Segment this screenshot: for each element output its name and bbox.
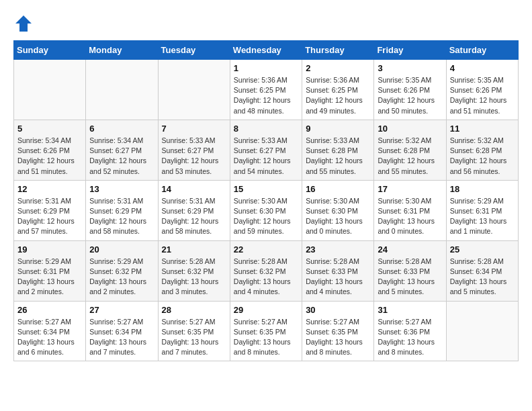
day-info: Sunrise: 5:33 AMSunset: 6:27 PMDaylight:… — [234, 136, 298, 177]
svg-marker-0 — [15, 15, 32, 32]
day-info: Sunrise: 5:28 AMSunset: 6:34 PMDaylight:… — [450, 257, 515, 298]
day-number: 13 — [89, 184, 154, 194]
day-info: Sunrise: 5:28 AMSunset: 6:33 PMDaylight:… — [306, 257, 370, 298]
day-number: 24 — [378, 244, 442, 255]
day-info: Sunrise: 5:27 AMSunset: 6:35 PMDaylight:… — [162, 317, 226, 358]
day-cell-20: 20Sunrise: 5:29 AMSunset: 6:32 PMDayligh… — [86, 240, 158, 301]
day-number: 6 — [89, 124, 154, 134]
day-number: 5 — [17, 124, 82, 134]
day-number: 12 — [17, 184, 82, 194]
day-number: 22 — [234, 244, 298, 255]
day-cell-3: 3Sunrise: 5:35 AMSunset: 6:26 PMDaylight… — [374, 60, 446, 120]
day-info: Sunrise: 5:34 AMSunset: 6:26 PMDaylight:… — [17, 136, 82, 177]
day-info: Sunrise: 5:28 AMSunset: 6:32 PMDaylight:… — [234, 257, 298, 298]
day-number: 4 — [450, 63, 515, 73]
weekday-header-friday: Friday — [374, 41, 446, 60]
day-info: Sunrise: 5:33 AMSunset: 6:28 PMDaylight:… — [306, 136, 370, 177]
day-number: 25 — [450, 244, 515, 255]
day-number: 10 — [378, 124, 442, 134]
day-number: 18 — [450, 184, 515, 194]
day-info: Sunrise: 5:35 AMSunset: 6:26 PMDaylight:… — [450, 75, 515, 116]
day-info: Sunrise: 5:36 AMSunset: 6:25 PMDaylight:… — [306, 75, 370, 116]
day-info: Sunrise: 5:27 AMSunset: 6:36 PMDaylight:… — [378, 317, 442, 358]
day-cell-19: 19Sunrise: 5:29 AMSunset: 6:31 PMDayligh… — [14, 240, 86, 301]
day-number: 8 — [234, 124, 298, 134]
day-number: 26 — [17, 305, 82, 315]
weekday-header-row: SundayMondayTuesdayWednesdayThursdayFrid… — [14, 41, 519, 60]
day-cell-14: 14Sunrise: 5:31 AMSunset: 6:29 PMDayligh… — [158, 180, 230, 240]
day-info: Sunrise: 5:27 AMSunset: 6:35 PMDaylight:… — [306, 317, 370, 358]
day-info: Sunrise: 5:31 AMSunset: 6:29 PMDaylight:… — [17, 196, 82, 237]
day-info: Sunrise: 5:28 AMSunset: 6:33 PMDaylight:… — [378, 257, 442, 298]
week-row-5: 26Sunrise: 5:27 AMSunset: 6:34 PMDayligh… — [14, 301, 519, 361]
day-info: Sunrise: 5:36 AMSunset: 6:25 PMDaylight:… — [234, 75, 298, 116]
day-cell-17: 17Sunrise: 5:30 AMSunset: 6:31 PMDayligh… — [374, 180, 446, 240]
day-info: Sunrise: 5:33 AMSunset: 6:27 PMDaylight:… — [162, 136, 226, 177]
day-number: 20 — [89, 244, 154, 255]
day-info: Sunrise: 5:29 AMSunset: 6:32 PMDaylight:… — [89, 257, 154, 298]
weekday-header-sunday: Sunday — [14, 41, 86, 60]
logo — [13, 13, 36, 34]
day-number: 15 — [234, 184, 298, 194]
day-cell-5: 5Sunrise: 5:34 AMSunset: 6:26 PMDaylight… — [14, 120, 86, 180]
empty-cell — [446, 301, 518, 361]
week-row-1: 1Sunrise: 5:36 AMSunset: 6:25 PMDaylight… — [14, 60, 519, 120]
day-cell-2: 2Sunrise: 5:36 AMSunset: 6:25 PMDaylight… — [302, 60, 374, 120]
day-cell-15: 15Sunrise: 5:30 AMSunset: 6:30 PMDayligh… — [230, 180, 302, 240]
week-row-4: 19Sunrise: 5:29 AMSunset: 6:31 PMDayligh… — [14, 240, 519, 301]
day-number: 27 — [89, 305, 154, 315]
empty-cell — [14, 60, 86, 120]
day-cell-23: 23Sunrise: 5:28 AMSunset: 6:33 PMDayligh… — [302, 240, 374, 301]
day-info: Sunrise: 5:31 AMSunset: 6:29 PMDaylight:… — [89, 196, 154, 237]
day-cell-8: 8Sunrise: 5:33 AMSunset: 6:27 PMDaylight… — [230, 120, 302, 180]
day-cell-16: 16Sunrise: 5:30 AMSunset: 6:30 PMDayligh… — [302, 180, 374, 240]
day-cell-27: 27Sunrise: 5:27 AMSunset: 6:34 PMDayligh… — [86, 301, 158, 361]
day-cell-24: 24Sunrise: 5:28 AMSunset: 6:33 PMDayligh… — [374, 240, 446, 301]
day-number: 30 — [306, 305, 370, 315]
day-number: 31 — [378, 305, 442, 315]
day-number: 3 — [378, 63, 442, 73]
day-number: 11 — [450, 124, 515, 134]
day-number: 9 — [306, 124, 370, 134]
day-info: Sunrise: 5:32 AMSunset: 6:28 PMDaylight:… — [450, 136, 515, 177]
day-number: 14 — [162, 184, 226, 194]
day-number: 1 — [234, 63, 298, 73]
day-cell-25: 25Sunrise: 5:28 AMSunset: 6:34 PMDayligh… — [446, 240, 518, 301]
day-number: 17 — [378, 184, 442, 194]
day-number: 7 — [162, 124, 226, 134]
day-number: 21 — [162, 244, 226, 255]
day-cell-30: 30Sunrise: 5:27 AMSunset: 6:35 PMDayligh… — [302, 301, 374, 361]
day-info: Sunrise: 5:32 AMSunset: 6:28 PMDaylight:… — [378, 136, 442, 177]
day-cell-10: 10Sunrise: 5:32 AMSunset: 6:28 PMDayligh… — [374, 120, 446, 180]
day-info: Sunrise: 5:34 AMSunset: 6:27 PMDaylight:… — [89, 136, 154, 177]
week-row-2: 5Sunrise: 5:34 AMSunset: 6:26 PMDaylight… — [14, 120, 519, 180]
weekday-header-monday: Monday — [86, 41, 158, 60]
day-info: Sunrise: 5:30 AMSunset: 6:30 PMDaylight:… — [306, 196, 370, 237]
day-cell-12: 12Sunrise: 5:31 AMSunset: 6:29 PMDayligh… — [14, 180, 86, 240]
day-info: Sunrise: 5:27 AMSunset: 6:35 PMDaylight:… — [234, 317, 298, 358]
day-info: Sunrise: 5:29 AMSunset: 6:31 PMDaylight:… — [450, 196, 515, 237]
day-cell-7: 7Sunrise: 5:33 AMSunset: 6:27 PMDaylight… — [158, 120, 230, 180]
day-cell-9: 9Sunrise: 5:33 AMSunset: 6:28 PMDaylight… — [302, 120, 374, 180]
calendar: SundayMondayTuesdayWednesdayThursdayFrid… — [13, 40, 519, 361]
day-info: Sunrise: 5:27 AMSunset: 6:34 PMDaylight:… — [89, 317, 154, 358]
day-cell-22: 22Sunrise: 5:28 AMSunset: 6:32 PMDayligh… — [230, 240, 302, 301]
day-info: Sunrise: 5:29 AMSunset: 6:31 PMDaylight:… — [17, 257, 82, 298]
weekday-header-thursday: Thursday — [302, 41, 374, 60]
day-cell-26: 26Sunrise: 5:27 AMSunset: 6:34 PMDayligh… — [14, 301, 86, 361]
day-number: 16 — [306, 184, 370, 194]
day-info: Sunrise: 5:27 AMSunset: 6:34 PMDaylight:… — [17, 317, 82, 358]
day-number: 19 — [17, 244, 82, 255]
day-cell-6: 6Sunrise: 5:34 AMSunset: 6:27 PMDaylight… — [86, 120, 158, 180]
weekday-header-saturday: Saturday — [446, 41, 518, 60]
day-cell-4: 4Sunrise: 5:35 AMSunset: 6:26 PMDaylight… — [446, 60, 518, 120]
header — [13, 13, 519, 34]
day-cell-1: 1Sunrise: 5:36 AMSunset: 6:25 PMDaylight… — [230, 60, 302, 120]
weekday-header-wednesday: Wednesday — [230, 41, 302, 60]
empty-cell — [86, 60, 158, 120]
day-info: Sunrise: 5:30 AMSunset: 6:31 PMDaylight:… — [378, 196, 442, 237]
day-info: Sunrise: 5:31 AMSunset: 6:29 PMDaylight:… — [162, 196, 226, 237]
week-row-3: 12Sunrise: 5:31 AMSunset: 6:29 PMDayligh… — [14, 180, 519, 240]
day-number: 29 — [234, 305, 298, 315]
day-info: Sunrise: 5:35 AMSunset: 6:26 PMDaylight:… — [378, 75, 442, 116]
